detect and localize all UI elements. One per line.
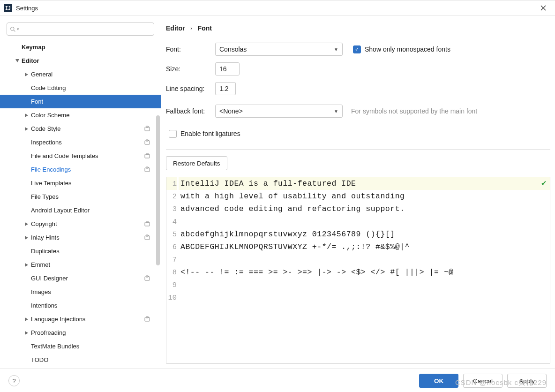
search-history-caret-icon: ▾ [17, 27, 19, 31]
fallback-combobox-value: <None> [219, 107, 243, 115]
font-combobox-value: Consolas [219, 45, 247, 53]
size-field[interactable]: 16 [215, 62, 240, 75]
project-scope-icon [144, 139, 150, 146]
size-label: Size: [166, 65, 215, 73]
ligatures-checkbox[interactable] [169, 130, 177, 138]
apply-button[interactable]: Apply [507, 374, 547, 388]
svg-marker-14 [25, 222, 28, 226]
size-value: 16 [219, 65, 227, 73]
sidebar-item-label: Code Style [31, 125, 144, 132]
sidebar-item-live-templates[interactable]: Live Templates [0, 176, 161, 190]
sidebar-item-label: Keymap [22, 44, 161, 51]
gutter-line-number: 6 [166, 241, 177, 253]
project-scope-icon [144, 234, 150, 241]
sidebar-item-label: Editor [22, 57, 161, 64]
project-scope-icon [144, 153, 150, 159]
project-scope-icon [144, 221, 150, 227]
sidebar-item-font[interactable]: Font [0, 95, 161, 108]
sidebar-item-label: Duplicates [31, 248, 161, 255]
sidebar-item-textmate-bundles[interactable]: TextMate Bundles [0, 339, 161, 353]
restore-defaults-button[interactable]: Restore Defaults [166, 156, 227, 170]
gutter-line-number: 2 [166, 190, 177, 203]
svg-marker-23 [25, 317, 28, 321]
ligatures-checkbox-label: Enable font ligatures [180, 130, 240, 137]
fallback-label: Fallback font: [166, 107, 215, 115]
sidebar-item-inspections[interactable]: Inspections [0, 136, 161, 149]
sidebar-item-proofreading[interactable]: Proofreading [0, 326, 161, 339]
sidebar-item-intentions[interactable]: Intentions [0, 299, 161, 312]
settings-tree: KeymapEditorGeneralCode EditingFontColor… [0, 40, 161, 369]
mono-checkbox-label: Show only monospaced fonts [365, 45, 450, 53]
sidebar-item-images[interactable]: Images [0, 285, 161, 299]
sidebar-item-file-and-code-templates[interactable]: File and Code Templates [0, 149, 161, 163]
preview-line: abcdefghijklmnopqrstuvwxyz 0123456789 ()… [179, 230, 395, 239]
sidebar-item-code-editing[interactable]: Code Editing [0, 81, 161, 95]
expand-right-icon [22, 326, 31, 339]
sidebar-item-color-scheme[interactable]: Color Scheme [0, 108, 161, 122]
expand-right-icon [22, 108, 31, 122]
sidebar-item-label: GUI Designer [31, 275, 144, 282]
spacing-value: 1.2 [219, 85, 228, 92]
gutter-line-number: 10 [166, 291, 177, 304]
sidebar-item-label: Code Editing [31, 84, 161, 91]
preview-line: advanced code editing and refactoring su… [179, 204, 405, 213]
spacing-field[interactable]: 1.2 [215, 82, 236, 95]
sidebar-item-gui-designer[interactable]: GUI Designer [0, 271, 161, 285]
svg-marker-4 [25, 113, 28, 117]
sidebar-item-label: Android Layout Editor [31, 207, 161, 214]
spacing-label: Line spacing: [166, 85, 215, 92]
sidebar-item-general[interactable]: General [0, 68, 161, 81]
sidebar-item-label: File Encodings [31, 166, 144, 173]
project-scope-icon [144, 126, 150, 132]
sidebar-item-label: Font [31, 98, 161, 105]
sidebar-item-label: Copyright [31, 220, 144, 227]
divider [166, 149, 550, 150]
chevron-down-icon: ▼ [334, 47, 338, 52]
chevron-right-icon: › [190, 26, 192, 31]
close-button[interactable] [535, 2, 551, 14]
sidebar-item-emmet[interactable]: Emmet [0, 258, 161, 271]
fallback-combobox[interactable]: <None> ▼ [215, 105, 343, 118]
sidebar-item-editor[interactable]: Editor [0, 54, 161, 68]
help-button[interactable]: ? [8, 375, 20, 386]
ok-button[interactable]: OK [419, 374, 458, 388]
font-label: Font: [166, 45, 215, 53]
preview-line: ABCDEFGHIJKLMNOPQRSTUVWXYZ +-*/= .,;:!? … [179, 242, 410, 251]
sidebar-item-todo[interactable]: TODO [0, 353, 161, 367]
sidebar-item-label: Intentions [31, 302, 161, 309]
sidebar-item-android-layout-editor[interactable]: Android Layout Editor [0, 204, 161, 217]
preview-line: IntelliJ IDEA is a full-featured IDE [179, 179, 356, 188]
sidebar-item-language-injections[interactable]: Language Injections [0, 312, 161, 326]
sidebar-item-label: Emmet [31, 261, 161, 268]
expand-right-icon [22, 312, 31, 326]
sidebar-item-file-encodings[interactable]: File Encodings [0, 163, 161, 176]
gutter-line-number: 1 [166, 177, 177, 190]
sidebar-item-copyright[interactable]: Copyright [0, 217, 161, 231]
sidebar-item-duplicates[interactable]: Duplicates [0, 244, 161, 258]
mono-checkbox[interactable] [353, 45, 361, 53]
svg-marker-5 [25, 127, 28, 131]
sidebar-item-label: TODO [31, 356, 161, 363]
sidebar-item-label: Inlay Hints [31, 234, 144, 241]
svg-marker-20 [25, 263, 28, 267]
font-combobox[interactable]: Consolas ▼ [215, 43, 343, 56]
search-input[interactable]: ▾ [7, 23, 154, 36]
sidebar-item-label: Inspections [31, 139, 144, 146]
sidebar-item-file-types[interactable]: File Types [0, 190, 161, 204]
sidebar-item-label: Proofreading [31, 329, 161, 336]
gutter-line-number: 7 [166, 253, 177, 266]
gutter-line-number: 9 [166, 279, 177, 291]
sidebar-item-code-style[interactable]: Code Style [0, 122, 161, 136]
project-scope-icon [144, 275, 150, 282]
sidebar-item-label: TextMate Bundles [31, 343, 161, 350]
window-title: Settings [16, 5, 535, 12]
sidebar-item-label: Color Scheme [31, 112, 161, 119]
project-scope-icon [144, 316, 150, 323]
expand-down-icon [13, 54, 22, 68]
expand-right-icon [22, 217, 31, 231]
expand-right-icon [22, 258, 31, 271]
cancel-button[interactable]: Cancel [463, 374, 502, 388]
font-preview-editor: ✔ 12345678910 IntelliJ IDEA is a full-fe… [166, 177, 550, 364]
sidebar-item-keymap[interactable]: Keymap [0, 40, 161, 54]
sidebar-item-inlay-hints[interactable]: Inlay Hints [0, 231, 161, 244]
